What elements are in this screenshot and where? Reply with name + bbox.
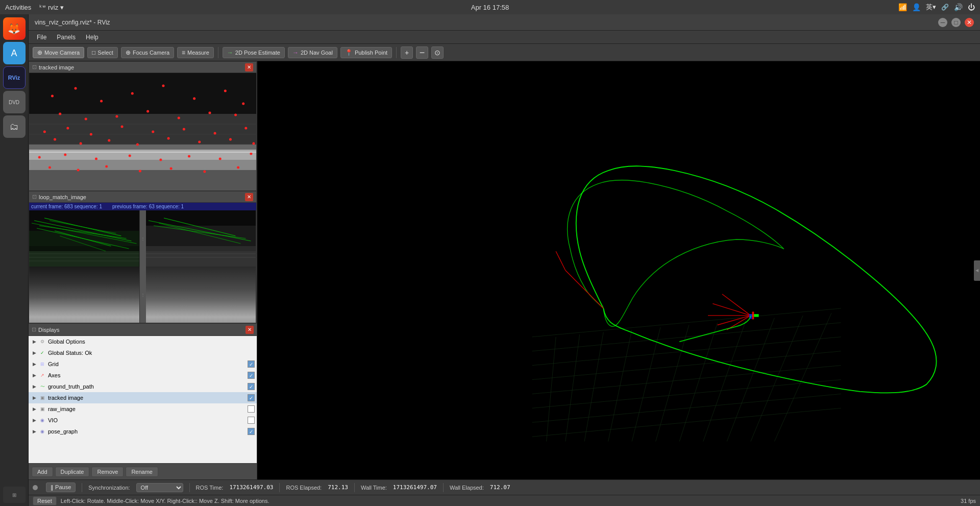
dock-dvd[interactable]: DVD: [3, 91, 26, 113]
displays-close[interactable]: ✕: [246, 326, 254, 334]
previous-frame-label: previous frame: 63 sequence: 1: [112, 204, 184, 209]
viewport-resize-handle[interactable]: ◀: [974, 260, 980, 281]
focus-camera-icon: ⊕: [126, 49, 131, 56]
lang-label[interactable]: 英▾: [926, 3, 936, 12]
close-button[interactable]: ✕: [965, 18, 974, 27]
maximize-button[interactable]: □: [951, 18, 961, 27]
svg-rect-5: [29, 170, 256, 190]
publish-point-button[interactable]: 📍 Publish Point: [340, 47, 392, 58]
axes-expand[interactable]: ▶: [31, 372, 38, 379]
vio-checkbox[interactable]: [248, 417, 255, 424]
display-item-grid[interactable]: ▶ ⊞ Grid ✓: [29, 358, 257, 370]
tracked-image-disp-icon: ▣: [39, 394, 46, 401]
menu-panels[interactable]: Panels: [53, 33, 80, 42]
remove-button[interactable]: Remove: [91, 467, 124, 477]
focus-camera-button[interactable]: ⊕ Focus Camera: [121, 47, 174, 58]
dock-rviz[interactable]: RViz: [3, 66, 26, 89]
global-options-expand[interactable]: ▶: [31, 338, 38, 345]
grid-expand[interactable]: ▶: [31, 360, 38, 368]
ground-truth-checkbox[interactable]: ✓: [248, 383, 255, 390]
sys-icon-person: 👤: [912, 3, 921, 11]
svg-point-42: [64, 154, 66, 156]
loop-previous-svg: [146, 210, 256, 267]
svg-point-20: [115, 115, 118, 118]
svg-rect-3: [29, 150, 256, 160]
pose-estimate-button[interactable]: → 2D Pose Estimate: [223, 47, 285, 58]
svg-point-48: [250, 153, 252, 155]
3d-viewport[interactable]: ◀: [257, 61, 980, 479]
pose-graph-label: pose_graph: [48, 428, 247, 435]
activities-label[interactable]: Activities: [5, 4, 31, 11]
menu-bar: File Panels Help: [29, 31, 980, 44]
loop-bottom-drag[interactable]: ⋮: [140, 267, 146, 323]
svg-point-19: [85, 118, 87, 121]
global-status-expand[interactable]: ▶: [31, 349, 38, 356]
axes-checkbox[interactable]: ✓: [248, 372, 255, 379]
vio-expand[interactable]: ▶: [31, 417, 38, 424]
dock-folder[interactable]: 🗂: [3, 115, 26, 138]
tracked-image-header: ⊡ tracked image ✕: [29, 62, 256, 73]
zoom-fit-button[interactable]: ⊙: [431, 46, 444, 59]
dock-firefox[interactable]: 🦊: [3, 17, 26, 40]
display-item-axes[interactable]: ▶ ↗ Axes ✓: [29, 370, 257, 381]
svg-rect-1: [29, 114, 256, 144]
tracked-image-svg: [29, 73, 256, 190]
sys-icon-network2: 🔗: [941, 4, 949, 11]
reset-button[interactable]: Reset: [33, 496, 57, 505]
grid-checkbox[interactable]: ✓: [248, 360, 255, 368]
grid-icon: ⊞: [39, 360, 46, 368]
nav-goal-button[interactable]: → 2D Nav Goal: [288, 47, 337, 58]
app-wrapper: 🦊 A RViz DVD 🗂 ⊞ vins_rviz_config.rviz* …: [0, 14, 980, 506]
duplicate-button[interactable]: Duplicate: [55, 467, 90, 477]
svg-point-55: [237, 166, 239, 169]
dock-appstore[interactable]: A: [3, 42, 26, 64]
vio-label: VIO: [48, 417, 247, 423]
ros-time-value: 1713261497.03: [229, 484, 273, 491]
display-item-ground-truth[interactable]: ▶ 〜 ground_truth_path ✓: [29, 381, 257, 392]
wall-elapsed-value: 712.07: [490, 484, 510, 491]
sys-icon-power: ⏻: [968, 3, 975, 11]
display-item-global-options[interactable]: ▶ ⚙ Global Options: [29, 336, 257, 347]
nav-goal-icon: →: [292, 49, 299, 56]
tracked-image-checkbox[interactable]: ✓: [248, 394, 255, 401]
display-item-global-status[interactable]: ▶ ✓ Global Status: Ok: [29, 347, 257, 358]
svg-point-38: [198, 141, 201, 143]
system-bar-left: Activities ᵏʷ rviz ▾: [5, 4, 64, 11]
display-item-vio[interactable]: ▶ ◉ VIO: [29, 415, 257, 426]
loop-match-header: ⊡ loop_match_image ✕: [29, 191, 256, 203]
display-item-tracked-image[interactable]: ▶ ▣ tracked image ✓: [29, 392, 257, 403]
svg-point-49: [48, 166, 51, 169]
dock-grid[interactable]: ⊞: [3, 487, 26, 503]
pause-button[interactable]: ‖ Pause: [46, 483, 76, 492]
wm-label[interactable]: ᵏʷ rviz ▾: [39, 4, 63, 11]
raw-image-expand[interactable]: ▶: [31, 405, 38, 413]
menu-file[interactable]: File: [33, 33, 51, 42]
move-camera-button[interactable]: ⊕ Move Camera: [33, 47, 84, 58]
zoom-in-button[interactable]: +: [401, 46, 413, 59]
svg-point-25: [43, 131, 46, 133]
publish-point-icon: 📍: [345, 49, 353, 56]
sync-select[interactable]: Off Exact Approximate: [136, 483, 183, 492]
select-button[interactable]: □ Select: [87, 47, 118, 58]
raw-image-icon: ▣: [39, 405, 46, 413]
loop-drag-handle[interactable]: ⋮: [140, 210, 146, 267]
zoom-out-button[interactable]: −: [416, 46, 428, 59]
select-icon: □: [92, 49, 95, 56]
pose-graph-expand[interactable]: ▶: [31, 428, 38, 435]
display-item-pose-graph[interactable]: ▶ ◉ pose_graph ✓: [29, 426, 257, 437]
window-title: vins_rviz_config.rviz* - RViz: [35, 19, 110, 26]
ground-truth-expand[interactable]: ▶: [31, 383, 38, 390]
tracked-image-close[interactable]: ✕: [245, 63, 253, 71]
ground-truth-label: ground_truth_path: [48, 383, 247, 390]
menu-help[interactable]: Help: [82, 33, 103, 42]
raw-image-checkbox[interactable]: [248, 405, 255, 413]
display-item-raw-image[interactable]: ▶ ▣ raw_image: [29, 403, 257, 415]
tracked-image-expand[interactable]: ▶: [31, 394, 38, 401]
add-button[interactable]: Add: [32, 467, 53, 477]
svg-point-50: [77, 169, 80, 172]
loop-match-close[interactable]: ✕: [245, 193, 253, 201]
minimize-button[interactable]: ─: [938, 18, 947, 27]
pose-graph-checkbox[interactable]: ✓: [248, 428, 255, 435]
rename-button[interactable]: Rename: [126, 467, 158, 477]
measure-button[interactable]: ≡ Measure: [177, 47, 214, 58]
